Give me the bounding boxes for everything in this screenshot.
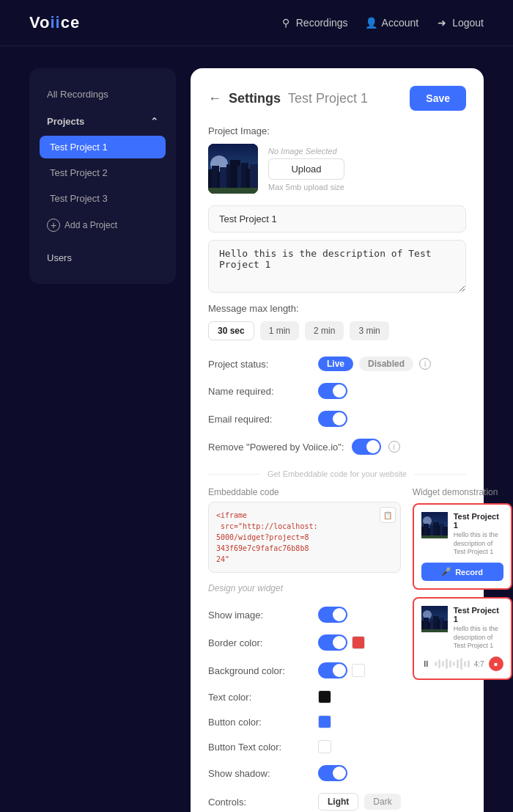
widget-demo-label: Widget demonstration bbox=[413, 487, 512, 497]
header: Voiice ⚲ Recordings 👤 Account ➜ Logout bbox=[0, 0, 513, 46]
controls-light-button[interactable]: Light bbox=[318, 793, 358, 811]
border-color-toggle[interactable] bbox=[318, 634, 347, 651]
save-button[interactable]: Save bbox=[410, 86, 466, 111]
status-badges: Live Disabled i bbox=[318, 356, 431, 371]
widget-1-title: Test Project 1 bbox=[454, 512, 503, 530]
upload-button[interactable]: Upload bbox=[268, 158, 344, 180]
show-image-toggle[interactable] bbox=[318, 607, 347, 623]
record-btn-label: Record bbox=[455, 568, 483, 577]
sidebar-users[interactable]: Users bbox=[40, 246, 166, 269]
wave-bar bbox=[446, 659, 448, 669]
email-required-label: Email required: bbox=[208, 414, 311, 425]
main-content: All Recordings Projects ⌃ Test Project 1… bbox=[0, 46, 513, 812]
account-icon: 👤 bbox=[366, 17, 377, 29]
add-project-button[interactable]: + Add a Project bbox=[40, 213, 166, 238]
show-image-row: Show image: bbox=[208, 601, 401, 629]
logout-icon: ➜ bbox=[436, 17, 448, 29]
playback-time: 4:7 bbox=[474, 660, 484, 668]
project-status-row: Project status: Live Disabled i bbox=[208, 351, 466, 377]
border-color-swatch[interactable] bbox=[352, 636, 365, 649]
account-nav[interactable]: 👤 Account bbox=[366, 17, 419, 29]
embed-right: Widget demonstration bbox=[413, 487, 512, 812]
logout-label: Logout bbox=[452, 17, 484, 29]
button-text-color-label: Button Text color: bbox=[208, 742, 311, 753]
pause-icon[interactable]: ⏸ bbox=[421, 659, 430, 669]
button-text-color-swatch[interactable] bbox=[318, 740, 331, 753]
settings-title: Settings bbox=[229, 91, 281, 106]
widget-1-info: Test Project 1 Hello this is the descrip… bbox=[454, 512, 503, 557]
sidebar-item-project-1[interactable]: Test Project 1 bbox=[40, 136, 166, 158]
email-required-toggle[interactable] bbox=[318, 411, 347, 427]
text-color-label: Text color: bbox=[208, 692, 311, 703]
status-info-icon[interactable]: i bbox=[419, 358, 431, 370]
bg-color-label: Background color: bbox=[208, 665, 311, 676]
button-color-swatch[interactable] bbox=[318, 715, 331, 728]
show-shadow-row: Show shadow: bbox=[208, 759, 401, 787]
project-name-input[interactable] bbox=[208, 205, 466, 233]
controls-options: Light Dark bbox=[318, 793, 401, 811]
border-color-row: Border color: bbox=[208, 629, 401, 656]
recordings-nav[interactable]: ⚲ Recordings bbox=[280, 17, 348, 29]
bg-color-swatch[interactable] bbox=[352, 664, 365, 677]
no-image-text: No Image Selected bbox=[268, 147, 344, 156]
chevron-up-icon: ⌃ bbox=[150, 116, 158, 127]
button-color-row: Button color: bbox=[208, 709, 401, 734]
text-color-row: Text color: bbox=[208, 684, 401, 709]
show-image-label: Show image: bbox=[208, 610, 311, 621]
cityscape-image bbox=[208, 144, 258, 194]
border-color-label: Border color: bbox=[208, 637, 311, 648]
sidebar-item-project-3[interactable]: Test Project 3 bbox=[40, 187, 166, 210]
image-label: Project Image: bbox=[208, 125, 466, 136]
branding-info-icon[interactable]: i bbox=[388, 441, 400, 453]
wave-bar bbox=[449, 660, 451, 667]
name-required-toggle[interactable] bbox=[318, 383, 347, 399]
widget-img-2 bbox=[421, 606, 448, 632]
back-button[interactable]: ← bbox=[208, 92, 221, 105]
bg-color-row: Background color: bbox=[208, 656, 401, 684]
sidebar-item-project-2[interactable]: Test Project 2 bbox=[40, 161, 166, 184]
wave-bar bbox=[464, 661, 466, 667]
duration-3min[interactable]: 3 min bbox=[350, 321, 388, 340]
widget-record-button[interactable]: 🎤 Record bbox=[421, 563, 503, 581]
mic-icon: 🎤 bbox=[441, 567, 451, 577]
wave-bar bbox=[435, 662, 437, 666]
add-circle-icon: + bbox=[47, 219, 60, 232]
settings-panel: ← Settings Test Project 1 Save Project I… bbox=[191, 68, 484, 812]
remove-branding-row: Remove "Powered by Voiice.io": i bbox=[208, 433, 466, 461]
description-input[interactable]: Hello this is the description of Test Pr… bbox=[208, 240, 466, 293]
controls-dark-button[interactable]: Dark bbox=[364, 794, 400, 810]
controls-label: Controls: bbox=[208, 797, 311, 808]
sidebar-all-recordings[interactable]: All Recordings bbox=[40, 83, 166, 106]
projects-label: Projects bbox=[47, 116, 84, 127]
text-color-swatch[interactable] bbox=[318, 690, 331, 703]
design-label: Design your widget bbox=[208, 583, 401, 593]
image-section: Project Image: bbox=[208, 125, 466, 194]
stop-button[interactable]: ■ bbox=[489, 656, 503, 671]
live-badge[interactable]: Live bbox=[318, 356, 353, 371]
sidebar-projects-section[interactable]: Projects ⌃ bbox=[40, 111, 166, 131]
copy-code-button[interactable]: 📋 bbox=[380, 507, 396, 523]
widget-1-desc: Hello this is the description of Test Pr… bbox=[454, 531, 503, 557]
duration-30sec[interactable]: 30 sec bbox=[208, 321, 254, 340]
bg-color-toggle[interactable] bbox=[318, 662, 347, 679]
widget-img-1 bbox=[421, 512, 448, 538]
max-size-text: Max 5mb upload size bbox=[268, 183, 344, 191]
embed-divider-label: Get Embeddable code for your website bbox=[267, 469, 407, 478]
duration-1min[interactable]: 1 min bbox=[260, 321, 299, 340]
wave-bar bbox=[457, 659, 459, 668]
remove-branding-label: Remove "Powered by Voiice.io": bbox=[208, 442, 344, 453]
bg-color-controls bbox=[318, 662, 365, 679]
widget-2-desc: Hello this is the description of Test Pr… bbox=[454, 625, 503, 651]
code-box: <iframe src="http://localhost:5000/widge… bbox=[208, 502, 401, 573]
show-shadow-toggle[interactable] bbox=[318, 765, 347, 781]
disabled-badge[interactable]: Disabled bbox=[359, 356, 413, 371]
remove-branding-toggle[interactable] bbox=[352, 439, 381, 455]
widget-card-2-inner: Test Project 1 Hello this is the descrip… bbox=[421, 606, 503, 651]
embeddable-code-label: Embeddable code bbox=[208, 487, 401, 497]
upload-info: No Image Selected Upload Max 5mb upload … bbox=[268, 147, 344, 191]
image-upload-area: No Image Selected Upload Max 5mb upload … bbox=[208, 144, 466, 194]
duration-2min[interactable]: 2 min bbox=[305, 321, 344, 340]
nav: ⚲ Recordings 👤 Account ➜ Logout bbox=[280, 17, 484, 29]
name-required-row: Name required: bbox=[208, 377, 466, 405]
logout-nav[interactable]: ➜ Logout bbox=[436, 17, 484, 29]
